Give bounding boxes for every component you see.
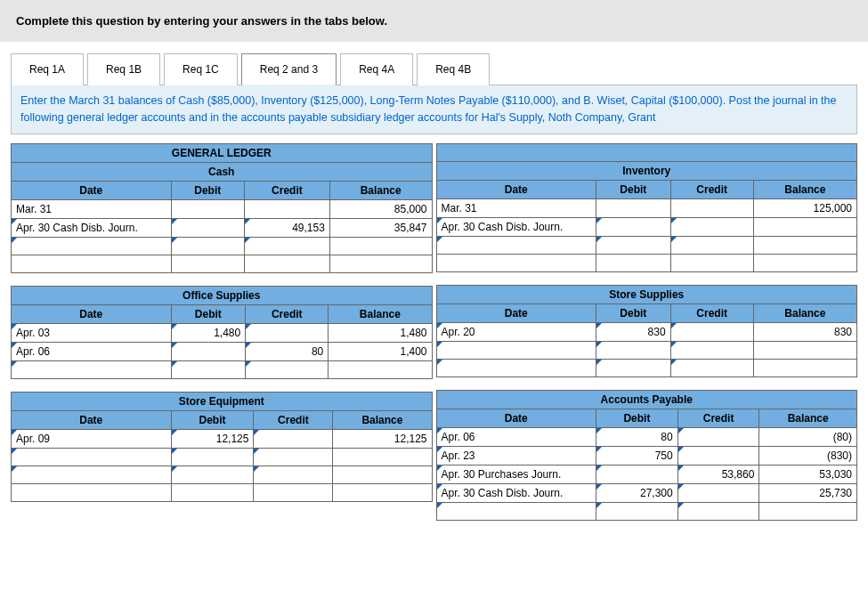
- debit-input[interactable]: [596, 465, 678, 483]
- debit-input[interactable]: 1,480: [171, 323, 246, 342]
- debit-input[interactable]: 27,300: [596, 483, 678, 502]
- ledger-accounts-payable: Accounts Payable Date Debit Credit Balan…: [436, 390, 858, 521]
- debit-input[interactable]: [596, 359, 671, 376]
- table-row: Apr. 06 80 1,400: [12, 342, 433, 360]
- date-input[interactable]: Apr. 06: [12, 342, 172, 360]
- col-date: Date: [12, 304, 172, 323]
- debit-input[interactable]: [596, 341, 671, 359]
- table-row: [436, 502, 857, 520]
- col-date: Date: [436, 180, 596, 198]
- credit-input[interactable]: [254, 465, 333, 483]
- credit-input[interactable]: 49,153: [244, 218, 329, 237]
- credit-input[interactable]: [244, 237, 329, 255]
- col-credit: Credit: [254, 410, 333, 429]
- tab-req-1c[interactable]: Req 1C: [164, 53, 238, 85]
- tab-req-2-and-3[interactable]: Req 2 and 3: [241, 53, 337, 85]
- credit-input[interactable]: [677, 483, 759, 502]
- date-input[interactable]: Apr. 20: [436, 322, 596, 341]
- credit-input[interactable]: [254, 448, 333, 465]
- table-row: [436, 341, 857, 359]
- date-input[interactable]: Apr. 30 Cash Disb. Journ.: [436, 217, 596, 236]
- table-row: [12, 255, 433, 272]
- date-input[interactable]: [12, 448, 172, 465]
- debit-cell: [171, 483, 254, 501]
- col-credit: Credit: [670, 180, 753, 198]
- tab-req-4a[interactable]: Req 4A: [340, 53, 413, 85]
- date-input[interactable]: [12, 465, 172, 483]
- credit-input[interactable]: [677, 446, 759, 465]
- debit-input[interactable]: 12,125: [171, 429, 254, 448]
- credit-input[interactable]: [677, 502, 759, 520]
- credit-input[interactable]: 80: [246, 342, 329, 360]
- balance-cell: [753, 254, 856, 271]
- col-debit: Debit: [171, 304, 246, 323]
- tab-req-1a[interactable]: Req 1A: [11, 53, 84, 85]
- balance-cell: [759, 502, 857, 520]
- balance-cell: 35,847: [329, 218, 432, 237]
- tab-req-4b[interactable]: Req 4B: [417, 53, 490, 85]
- credit-input[interactable]: [670, 341, 753, 359]
- col-balance: Balance: [333, 410, 432, 429]
- date-input[interactable]: [436, 236, 596, 254]
- debit-input[interactable]: [171, 237, 244, 255]
- date-input[interactable]: Apr. 30 Purchases Journ.: [436, 465, 596, 483]
- table-row: Apr. 23 750 (830): [436, 446, 857, 465]
- table-row: Apr. 20 830 830: [436, 322, 857, 341]
- col-date: Date: [12, 181, 172, 199]
- date-input[interactable]: Apr. 30 Cash Disb. Journ.: [12, 218, 172, 237]
- col-debit: Debit: [596, 180, 671, 198]
- date-input[interactable]: [12, 237, 172, 255]
- debit-input[interactable]: 80: [596, 427, 678, 446]
- col-balance: Balance: [329, 181, 432, 199]
- date-input[interactable]: Apr. 06: [436, 427, 596, 446]
- date-input[interactable]: Apr. 03: [12, 323, 172, 342]
- balance-cell: [753, 217, 856, 236]
- table-row: [12, 483, 433, 501]
- credit-input[interactable]: [670, 236, 753, 254]
- credit-input[interactable]: [677, 427, 759, 446]
- date-input[interactable]: [436, 502, 596, 520]
- balance-cell: [329, 360, 432, 378]
- date-input[interactable]: [436, 359, 596, 376]
- table-row: Apr. 06 80 (80): [436, 427, 857, 446]
- credit-input[interactable]: [670, 359, 753, 376]
- debit-input[interactable]: [171, 342, 246, 360]
- col-credit: Credit: [670, 304, 753, 322]
- date-input[interactable]: [12, 360, 172, 378]
- col-debit: Debit: [596, 409, 678, 427]
- date-input[interactable]: Apr. 23: [436, 446, 596, 465]
- credit-input[interactable]: [254, 429, 333, 448]
- credit-input[interactable]: [670, 322, 753, 341]
- date-input[interactable]: Apr. 30 Cash Disb. Journ.: [436, 483, 596, 502]
- balance-cell: 85,000: [329, 199, 432, 218]
- ledger-content: GENERAL LEDGER Cash Date Debit Credit Ba…: [0, 134, 868, 542]
- tab-req-1b[interactable]: Req 1B: [87, 53, 160, 85]
- balance-cell: 1,480: [329, 323, 432, 342]
- col-balance: Balance: [753, 304, 856, 322]
- date-cell: Mar. 31: [436, 198, 596, 217]
- credit-cell: [670, 254, 753, 271]
- credit-input[interactable]: 53,860: [677, 465, 759, 483]
- debit-input[interactable]: [171, 465, 254, 483]
- debit-input[interactable]: [596, 236, 671, 254]
- col-credit: Credit: [677, 409, 759, 427]
- balance-cell: [329, 255, 432, 272]
- debit-input[interactable]: [596, 217, 671, 236]
- debit-input[interactable]: [596, 502, 678, 520]
- debit-input[interactable]: [171, 448, 254, 465]
- date-input[interactable]: Apr. 09: [12, 429, 172, 448]
- table-row: Apr. 30 Purchases Journ. 53,860 53,030: [436, 465, 857, 483]
- debit-input[interactable]: 750: [596, 446, 678, 465]
- credit-input[interactable]: [670, 217, 753, 236]
- debit-input[interactable]: [171, 360, 246, 378]
- debit-input[interactable]: [171, 218, 244, 237]
- table-row: Apr. 09 12,125 12,125: [12, 429, 433, 448]
- date-input[interactable]: [436, 341, 596, 359]
- balance-cell: 830: [753, 322, 856, 341]
- ledger-store-equipment: Store Equipment Date Debit Credit Balanc…: [11, 392, 433, 502]
- credit-input[interactable]: [246, 360, 329, 378]
- credit-input[interactable]: [246, 323, 329, 342]
- table-row: Apr. 30 Cash Disb. Journ.: [436, 217, 857, 236]
- cash-title: Cash: [12, 162, 433, 181]
- debit-input[interactable]: 830: [596, 322, 671, 341]
